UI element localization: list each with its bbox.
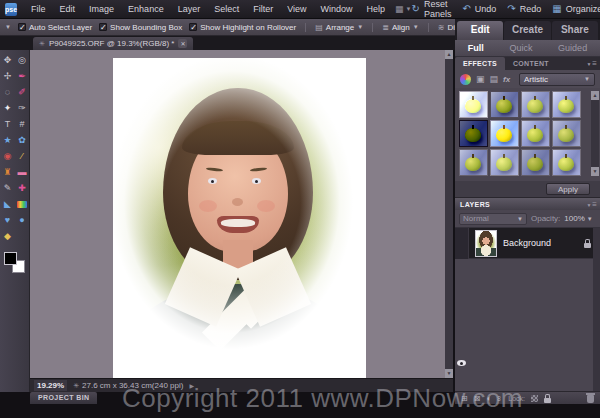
paint-bucket-tool[interactable]: ◣ xyxy=(0,196,15,212)
layers-scrollbar[interactable] xyxy=(593,228,600,391)
brush-tool[interactable]: ✎ xyxy=(0,180,15,196)
straighten-tool[interactable]: ⁄ xyxy=(15,148,29,164)
auto-select-layer-checkbox[interactable]: ✓ Auto Select Layer xyxy=(18,23,92,32)
photo-effects-icon[interactable]: ▤ xyxy=(490,74,499,84)
show-highlight-on-rollover-checkbox[interactable]: ✓ Show Highlight on Rollover xyxy=(189,23,296,32)
clone-stamp-tool[interactable]: ♜ xyxy=(0,164,15,180)
menu-enhance[interactable]: Enhance xyxy=(121,0,171,19)
lasso-tool[interactable]: ◌ xyxy=(0,84,15,100)
document-tab[interactable]: ✳ P9049925.ORF @ 19.3%(RGB/8) * ✕ xyxy=(33,37,193,50)
reset-icon: ↻ xyxy=(412,4,420,14)
effect-category-dropdown[interactable]: Artistic ▼ xyxy=(519,73,595,86)
document-image[interactable] xyxy=(113,58,366,378)
organizer-button[interactable]: ▦ Organizer xyxy=(552,4,600,14)
scroll-down-icon[interactable]: ▼ xyxy=(591,167,599,176)
cookie-cutter-tool[interactable]: ✿ xyxy=(15,132,29,148)
apply-button[interactable]: Apply xyxy=(546,183,590,195)
layers-panel-title: LAYERS xyxy=(460,201,490,208)
blur-tool[interactable]: ● xyxy=(15,212,29,228)
redo-button[interactable]: ↷ Redo xyxy=(507,4,541,14)
scroll-down-icon[interactable]: ▼ xyxy=(445,369,453,378)
effect-thumbnail[interactable] xyxy=(490,120,519,147)
tab-create[interactable]: Create xyxy=(504,21,550,40)
tab-edit[interactable]: Edit xyxy=(457,21,503,40)
zoom-tool[interactable]: ◎ xyxy=(15,52,29,68)
effects-toolbar: ▣ ▤ fx Artistic ▼ xyxy=(455,70,600,88)
effect-thumbnail[interactable] xyxy=(490,91,519,118)
scroll-up-icon[interactable]: ▲ xyxy=(591,91,599,100)
custom-shape-tool[interactable]: ♥ xyxy=(0,212,15,228)
panel-menu-icon[interactable]: ▼≡ xyxy=(586,59,597,68)
magic-wand-tool[interactable]: ✦ xyxy=(0,100,15,116)
red-eye-removal-tool[interactable]: ◉ xyxy=(0,148,15,164)
edit-mode-tabs: Full Quick Guided xyxy=(455,40,600,57)
scroll-up-icon[interactable]: ▲ xyxy=(445,50,453,59)
menu-file[interactable]: File xyxy=(24,0,53,19)
effect-thumbnail[interactable] xyxy=(459,120,488,147)
effect-thumbnail[interactable] xyxy=(552,149,581,176)
fx-icon[interactable]: fx xyxy=(503,75,510,84)
opacity-value-dropdown[interactable]: 100% ▼ xyxy=(564,214,592,223)
smart-brush-tool[interactable]: ✐ xyxy=(15,84,29,100)
tool-options-caret-icon[interactable]: ▼ xyxy=(5,24,11,30)
move-tool[interactable]: ✥ xyxy=(0,52,15,68)
effect-thumbnail[interactable] xyxy=(459,91,488,118)
tab-content[interactable]: CONTENT xyxy=(505,57,557,70)
eraser-tool[interactable]: ▬ xyxy=(15,164,29,180)
titlebar-actions: ↻ Reset Panels ↶ Undo ↷ Redo ▦ Organizer… xyxy=(412,0,600,19)
tab-effects[interactable]: EFFECTS xyxy=(455,57,505,70)
panel-menu-icon[interactable]: ▼≡ xyxy=(586,200,597,209)
gradient-tool[interactable] xyxy=(17,201,27,208)
hand-tool[interactable]: ✢ xyxy=(0,68,15,84)
menu-filter[interactable]: Filter xyxy=(246,0,280,19)
screens-icon: ▦ xyxy=(395,4,404,14)
layer-visibility-cell[interactable] xyxy=(455,228,469,259)
arrange-button[interactable]: ▤ Arrange ▼ xyxy=(305,23,363,32)
mode-quick[interactable]: Quick xyxy=(509,43,532,53)
lock-all-icon[interactable] xyxy=(544,398,551,403)
reset-panels-button[interactable]: ↻ Reset Panels xyxy=(412,0,452,19)
screen-mode-button[interactable]: ▦▼ xyxy=(395,4,411,14)
vertical-scrollbar[interactable]: ▲ ▼ xyxy=(445,50,453,378)
menu-edit[interactable]: Edit xyxy=(53,0,83,19)
menu-view[interactable]: View xyxy=(280,0,313,19)
effect-thumbnail[interactable] xyxy=(490,149,519,176)
mode-full[interactable]: Full xyxy=(468,43,484,53)
show-bounding-box-checkbox[interactable]: ✓ Show Bounding Box xyxy=(99,23,182,32)
menu-image[interactable]: Image xyxy=(82,0,121,19)
align-button[interactable]: ≣ Align ▼ xyxy=(372,23,418,32)
sponge-tool[interactable]: ◆ xyxy=(0,228,15,244)
menu-window[interactable]: Window xyxy=(314,0,360,19)
effects-scrollbar[interactable]: ▲ ▼ xyxy=(591,91,599,176)
healing-brush-tool[interactable]: ✚ xyxy=(15,180,29,196)
tab-share[interactable]: Share xyxy=(552,21,598,40)
effects-grid xyxy=(459,91,589,176)
undo-button[interactable]: ↶ Undo xyxy=(462,4,496,14)
foreground-color-swatch[interactable] xyxy=(4,252,17,265)
effect-thumbnail[interactable] xyxy=(521,120,550,147)
layer-thumbnail[interactable] xyxy=(475,230,497,257)
lock-transparency-icon[interactable] xyxy=(531,395,538,402)
close-document-icon[interactable]: ✕ xyxy=(178,39,187,48)
mode-guided[interactable]: Guided xyxy=(558,43,587,53)
project-bin-tab[interactable]: PROJECT BIN xyxy=(30,392,97,404)
type-tool[interactable]: T xyxy=(0,116,15,132)
effect-thumbnail[interactable] xyxy=(521,91,550,118)
menu-select[interactable]: Select xyxy=(207,0,246,19)
filters-icon[interactable] xyxy=(460,74,471,85)
shape-tool[interactable]: ★ xyxy=(0,132,15,148)
trash-icon[interactable] xyxy=(587,395,594,403)
effect-thumbnail[interactable] xyxy=(521,149,550,176)
blend-mode-dropdown[interactable]: Normal ▼ xyxy=(459,213,527,225)
effect-thumbnail[interactable] xyxy=(552,120,581,147)
effect-thumbnail[interactable] xyxy=(552,91,581,118)
menu-layer[interactable]: Layer xyxy=(171,0,208,19)
eyedropper-tool[interactable]: ✒ xyxy=(15,68,29,84)
crop-tool[interactable]: # xyxy=(15,116,29,132)
effect-thumbnail[interactable] xyxy=(459,149,488,176)
layer-styles-icon[interactable]: ▣ xyxy=(476,74,485,84)
menu-help[interactable]: Help xyxy=(360,0,393,19)
zoom-level[interactable]: 19.29% xyxy=(34,380,67,391)
layer-row-background[interactable]: Background xyxy=(455,228,600,259)
selection-brush-tool[interactable]: ✑ xyxy=(15,100,29,116)
